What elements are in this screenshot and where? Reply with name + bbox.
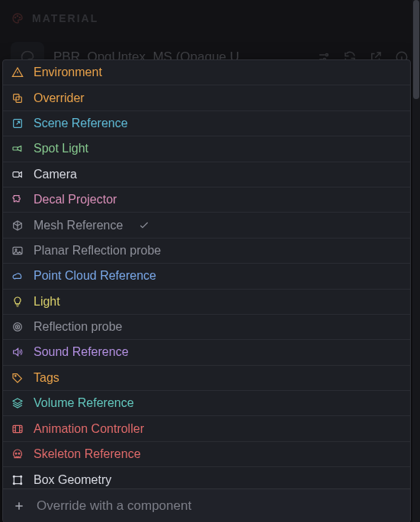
menu-item-label: Volume Reference <box>34 396 134 410</box>
cloud-icon <box>11 269 24 283</box>
puzzle-icon <box>11 193 24 207</box>
menu-item-label: Light <box>34 295 60 309</box>
menu-item-volume-reference[interactable]: Volume Reference <box>3 391 410 416</box>
menu-item-scene-reference[interactable]: Scene Reference <box>3 111 410 136</box>
menu-item-light[interactable]: Light <box>3 290 410 315</box>
menu-item-label: Spot Light <box>34 142 88 155</box>
triangle-warn-icon <box>11 66 24 79</box>
menu-item-reflection-probe[interactable]: Reflection probe <box>3 315 410 340</box>
menu-item-animation-ctrl[interactable]: Animation Controller <box>3 416 410 441</box>
menu-item-label: Box Geometry <box>34 473 111 487</box>
scrollbar-thumb[interactable] <box>413 0 419 99</box>
menu-item-camera[interactable]: Camera <box>3 162 410 187</box>
menu-item-label: Tags <box>34 371 59 385</box>
svg-rect-20 <box>14 476 21 483</box>
svg-point-19 <box>18 453 20 455</box>
layers-icon <box>11 396 24 410</box>
bbox-icon <box>11 473 24 487</box>
menu-item-point-cloud-ref[interactable]: Point Cloud Reference <box>3 264 410 289</box>
menu-item-label: Skeleton Reference <box>34 447 141 461</box>
arrow-out-icon <box>11 117 24 130</box>
menu-item-tags[interactable]: Tags <box>3 366 410 391</box>
svg-point-18 <box>15 453 17 455</box>
menu-item-sound-reference[interactable]: Sound Reference <box>3 340 410 365</box>
spotlight-icon <box>11 142 24 155</box>
menu-item-environment[interactable]: Environment <box>3 60 410 85</box>
svg-point-12 <box>15 249 17 251</box>
menu-item-decal-projector[interactable]: Decal Projector <box>3 187 410 213</box>
menu-item-label: Reflection probe <box>34 320 123 334</box>
menu-item-planar-reflection[interactable]: Planar Reflection probe <box>3 239 410 264</box>
svg-rect-9 <box>13 147 18 150</box>
menu-item-label: Animation Controller <box>34 422 144 436</box>
menu-item-label: Planar Reflection probe <box>34 244 161 258</box>
bulb-icon <box>11 295 24 309</box>
component-menu-list: EnvironmentOverriderScene ReferenceSpot … <box>3 60 410 488</box>
svg-point-13 <box>14 323 22 331</box>
menu-item-label: Mesh Reference <box>34 219 123 232</box>
svg-point-16 <box>15 375 17 376</box>
component-search-row <box>3 488 410 522</box>
target-icon <box>11 320 24 334</box>
svg-point-15 <box>17 326 18 327</box>
plus-icon <box>12 500 26 512</box>
cube-outline-icon <box>11 219 24 232</box>
tag-icon <box>11 371 24 385</box>
menu-item-skeleton-ref[interactable]: Skeleton Reference <box>3 442 410 467</box>
menu-item-spot-light[interactable]: Spot Light <box>3 136 410 162</box>
component-search-input[interactable] <box>37 498 401 514</box>
check-icon <box>138 219 150 232</box>
svg-point-14 <box>15 325 19 328</box>
menu-item-label: Decal Projector <box>34 193 117 207</box>
camera-icon <box>11 168 24 181</box>
image-icon <box>11 244 24 258</box>
component-menu: EnvironmentOverriderScene ReferenceSpot … <box>2 59 411 522</box>
menu-item-label: Scene Reference <box>34 117 128 130</box>
speaker-icon <box>11 345 24 359</box>
menu-item-label: Sound Reference <box>34 345 129 359</box>
menu-item-label: Camera <box>34 168 77 181</box>
menu-item-label: Environment <box>34 66 102 79</box>
skull-icon <box>11 447 24 461</box>
svg-rect-10 <box>13 171 19 177</box>
film-icon <box>11 422 24 436</box>
scrollbar-track[interactable] <box>412 0 420 522</box>
copy-icon <box>11 91 24 105</box>
menu-item-mesh-reference[interactable]: Mesh Reference <box>3 213 410 238</box>
menu-item-overrider[interactable]: Overrider <box>3 85 410 110</box>
menu-item-label: Point Cloud Reference <box>34 269 156 283</box>
svg-rect-17 <box>13 425 22 432</box>
menu-item-label: Overrider <box>34 91 85 105</box>
